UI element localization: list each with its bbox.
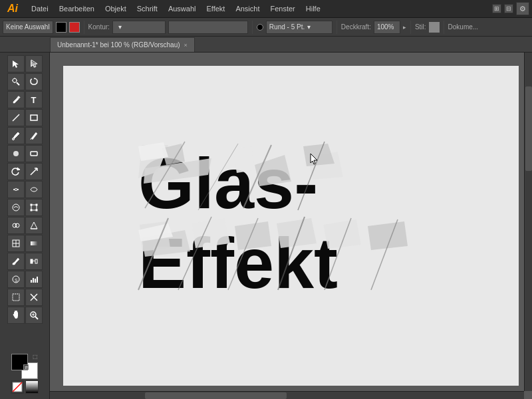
menu-schrift[interactable]: Schrift — [132, 1, 162, 16]
svg-rect-12 — [31, 115, 37, 120]
tool-row-11 — [7, 235, 43, 252]
fill-swatch[interactable] — [56, 22, 66, 33]
tool-row-4 — [7, 109, 43, 126]
menu-fenster[interactable]: Fenster — [265, 1, 299, 16]
menu-effekt[interactable]: Effekt — [201, 1, 229, 16]
tab-title: Unbenannt-1* bei 100 % (RGB/Vorschau) — [57, 41, 180, 49]
svg-line-15 — [31, 138, 31, 140]
lasso-tool[interactable] — [25, 73, 43, 90]
artboard-tool[interactable] — [7, 289, 25, 306]
paintbrush-tool[interactable] — [7, 127, 25, 144]
width-tool[interactable] — [7, 181, 25, 198]
kontur-label: Kontur: — [88, 23, 110, 31]
direct-selection-tool[interactable] — [25, 55, 43, 72]
menu-auswahl[interactable]: Auswahl — [164, 1, 201, 16]
default-colors-btn[interactable]: ⬚ — [33, 354, 38, 359]
svg-point-22 — [13, 204, 19, 211]
glas-effekt-svg: .gt { font-family: 'Arial Black', 'Arial… — [132, 132, 451, 318]
gray-swatch[interactable] — [25, 380, 39, 394]
menu-datei[interactable]: Datei — [27, 1, 53, 16]
brush-dropdown[interactable]: Rund - 5 Pt. — [266, 21, 332, 34]
warp-tool[interactable] — [7, 199, 25, 216]
svg-rect-41 — [33, 278, 34, 283]
none-fill-swatch[interactable] — [11, 380, 24, 394]
svg-marker-18 — [17, 168, 20, 170]
svg-point-4 — [13, 78, 17, 82]
menu-hilfe[interactable]: Hilfe — [301, 1, 325, 16]
stroke-style-box[interactable] — [168, 21, 248, 34]
opacity-arrow[interactable]: ▸ — [403, 24, 406, 31]
opacity-value[interactable]: 100% — [374, 21, 400, 34]
svg-marker-69 — [277, 218, 317, 248]
pen-tool[interactable] — [7, 91, 25, 108]
rotate-tool[interactable] — [7, 163, 25, 180]
menu-bearbeiten[interactable]: Bearbeiten — [55, 1, 99, 16]
svg-rect-27 — [36, 209, 37, 211]
svg-line-48 — [35, 317, 38, 319]
menu-bar: Ai Datei Bearbeiten Objekt Schrift Auswa… — [0, 0, 532, 18]
gradient-tool[interactable] — [25, 235, 43, 252]
chart-tool[interactable] — [25, 271, 43, 288]
rectangle-tool[interactable] — [25, 109, 43, 126]
blob-brush-tool[interactable] — [7, 145, 25, 162]
svg-rect-25 — [36, 204, 37, 205]
eyedropper-tool[interactable] — [7, 253, 25, 270]
magic-wand-tool[interactable] — [7, 73, 25, 90]
svg-rect-26 — [31, 209, 32, 211]
hand-tool[interactable] — [7, 307, 25, 324]
opacity-label: Deckkraft: — [341, 23, 371, 31]
svg-rect-44 — [13, 294, 19, 301]
horizontal-scrollbar[interactable] — [50, 391, 524, 399]
scale-tool[interactable] — [25, 163, 43, 180]
zoom-tool[interactable] — [25, 307, 43, 324]
symbol-tool[interactable]: S — [7, 271, 25, 288]
svg-rect-36 — [31, 259, 33, 263]
tool-row-3: T — [7, 91, 43, 108]
pencil-tool[interactable] — [25, 127, 43, 144]
stroke-swatch[interactable] — [69, 22, 80, 33]
canvas-content: .gt { font-family: 'Arial Black', 'Arial… — [132, 132, 451, 319]
type-tool[interactable]: T — [25, 91, 43, 108]
dokument-label: Dokume... — [448, 23, 479, 31]
h-scroll-thumb[interactable] — [145, 392, 287, 399]
style-swatch[interactable] — [429, 22, 440, 33]
type-tool-icon: T — [31, 95, 37, 105]
document-tab[interactable]: Unbenannt-1* bei 100 % (RGB/Vorschau) × — [50, 37, 195, 52]
mesh-tool[interactable] — [7, 235, 25, 252]
workspace-switcher[interactable]: ⊞ — [492, 4, 501, 13]
reshape-tool[interactable] — [25, 181, 43, 198]
app-controls[interactable]: ⚙ — [516, 2, 529, 15]
canvas-area[interactable]: .gt { font-family: 'Arial Black', 'Arial… — [50, 53, 532, 399]
v-scroll-thumb[interactable] — [525, 86, 532, 171]
slice-tool[interactable] — [25, 289, 43, 306]
perspective-tool[interactable] — [25, 217, 43, 234]
separator-4 — [410, 21, 411, 34]
svg-marker-68 — [235, 221, 271, 250]
line-tool[interactable] — [7, 109, 25, 126]
tool-row-9 — [7, 199, 43, 216]
swap-colors-btn[interactable]: ⇄ — [23, 364, 29, 370]
svg-rect-17 — [31, 152, 37, 156]
selection-tool[interactable] — [7, 55, 25, 72]
menu-objekt[interactable]: Objekt — [100, 1, 131, 16]
svg-rect-37 — [35, 259, 37, 263]
separator-3 — [336, 21, 337, 34]
blend-tool[interactable] — [25, 253, 43, 270]
eraser-tool[interactable] — [25, 145, 43, 162]
tab-close-btn[interactable]: × — [184, 42, 188, 49]
menu-ansicht[interactable]: Ansicht — [231, 1, 264, 16]
svg-point-16 — [13, 151, 19, 156]
separator-5 — [444, 21, 444, 34]
svg-line-3 — [17, 82, 19, 85]
brush-dot — [257, 24, 263, 31]
tool-row-6 — [7, 145, 43, 162]
free-transform-tool[interactable] — [25, 199, 43, 216]
svg-line-11 — [13, 114, 19, 121]
svg-text:S: S — [15, 278, 18, 283]
kontur-dropdown[interactable] — [112, 21, 166, 34]
tool-row-13: S — [7, 271, 43, 288]
vertical-scrollbar[interactable] — [524, 53, 532, 391]
panel-toggle[interactable]: ⊟ — [504, 4, 513, 13]
svg-marker-14 — [31, 132, 37, 140]
shapebuilder-tool[interactable] — [7, 217, 25, 234]
